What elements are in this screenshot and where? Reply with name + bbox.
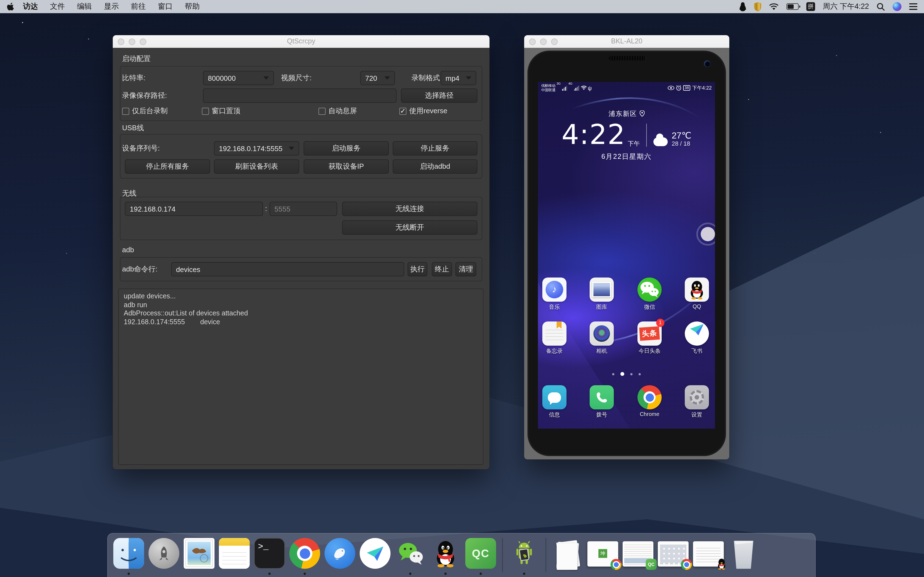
dock-trash[interactable]	[728, 538, 759, 569]
wireless-connect-button[interactable]: 无线连接	[342, 201, 477, 216]
serial-combo[interactable]: 192.168.0.174:5555	[214, 141, 299, 156]
start-service-button[interactable]: 启动服务	[304, 141, 389, 156]
seal-app-icon	[325, 538, 355, 569]
clock-widget[interactable]: 4:22 下午 27℃ 28 / 18	[538, 121, 715, 148]
record-path-label: 录像保存路径:	[122, 89, 167, 103]
network-type-label: 3G	[557, 82, 561, 85]
dock-minimized-chrome-webpage[interactable]	[658, 538, 688, 569]
adb-terminate-button[interactable]: 终止	[432, 262, 452, 276]
dock-notes[interactable]	[219, 538, 250, 569]
chrome-dock-icon	[289, 538, 320, 569]
dock-minimized-qtscrcpy-code[interactable]: QC	[623, 538, 653, 569]
location-row[interactable]: 浦东新区	[538, 110, 715, 119]
dock-terminal[interactable]: >_	[254, 538, 285, 569]
app-toutiao[interactable]: 头条 1 今日头条	[638, 321, 662, 355]
dock-wechat[interactable]	[395, 538, 426, 569]
dock-seal-app[interactable]	[325, 538, 355, 569]
dock-launchpad[interactable]	[149, 538, 179, 569]
qtscrcpy-titlebar[interactable]: QtScrcpy	[113, 35, 489, 48]
shield-icon[interactable]	[754, 2, 761, 11]
app-qq[interactable]: QQ	[685, 277, 709, 309]
bitrate-combo[interactable]: 8000000	[203, 71, 274, 85]
dock-minimized-qq-chat[interactable]	[693, 538, 724, 569]
dock: >_ QC	[107, 533, 816, 577]
app-dialer[interactable]: 拨号	[590, 385, 614, 419]
video-size-combo[interactable]: 720	[360, 71, 395, 85]
dock-qtscrcpy[interactable]: QC	[465, 538, 496, 569]
clock-ampm: 下午	[628, 139, 640, 148]
wireless-ip-input[interactable]	[125, 201, 263, 216]
dock-android-scrcpy[interactable]	[509, 538, 540, 569]
app-music[interactable]: ♪ 音乐	[542, 277, 567, 311]
phone-camera	[704, 60, 711, 67]
start-adbd-button[interactable]: 启动adbd	[393, 160, 477, 174]
wireless-disconnect-button[interactable]: 无线断开	[342, 220, 477, 235]
spotlight-search-icon[interactable]	[877, 2, 885, 11]
menu-view[interactable]: 显示	[98, 2, 125, 11]
dock-documents-stack[interactable]	[552, 540, 583, 571]
choose-path-button[interactable]: 选择路径	[401, 89, 477, 103]
dock-qq[interactable]	[430, 538, 461, 569]
dock-chrome[interactable]	[289, 538, 320, 569]
notes-icon	[542, 321, 567, 346]
refresh-devices-button[interactable]: 刷新设备列表	[214, 160, 299, 174]
wifi-icon	[580, 86, 586, 90]
carrier-name-1: 优酷移动	[541, 84, 556, 88]
menu-edit[interactable]: 编辑	[71, 2, 98, 11]
checkbox-auto-screen-off[interactable]: 自动息屏	[318, 106, 357, 115]
menu-file[interactable]: 文件	[44, 2, 71, 11]
adb-cmd-input[interactable]	[171, 262, 404, 276]
app-label: 飞书	[685, 347, 709, 355]
qq-badge-icon	[716, 558, 727, 570]
wireless-port-input[interactable]	[270, 201, 337, 216]
window-title: BKL-AL20	[524, 35, 729, 48]
wifi-icon[interactable]	[769, 2, 779, 11]
location-name: 浦东新区	[609, 110, 637, 118]
app-feishu[interactable]: 飞书	[685, 321, 709, 355]
qtscrcpy-qc-icon: QC	[465, 538, 496, 569]
record-path-input[interactable]	[203, 89, 397, 103]
minimized-window: 坤	[587, 541, 618, 567]
get-device-ip-button[interactable]: 获取设备IP	[304, 160, 389, 174]
menu-finder[interactable]: 访达	[17, 2, 44, 11]
wechat-dock-icon	[395, 538, 426, 569]
app-notes[interactable]: 备忘录	[542, 321, 567, 355]
log-line: update devices...	[124, 292, 478, 301]
feishu-dock-icon	[360, 538, 391, 569]
siri-icon[interactable]	[893, 2, 901, 11]
record-format-combo[interactable]: mp4	[441, 71, 476, 85]
dock-minimized-chrome-doc[interactable]: 坤	[587, 538, 618, 569]
battery-icon[interactable]	[787, 2, 799, 11]
dock-feishu[interactable]	[360, 538, 391, 569]
wechat-icon	[638, 277, 662, 302]
app-camera[interactable]: 相机	[590, 321, 614, 355]
page-indicator[interactable]	[538, 372, 715, 376]
pinyin-input-icon[interactable]: 拼	[806, 2, 815, 11]
dock-mail[interactable]	[184, 538, 215, 569]
app-label: 备忘录	[542, 347, 567, 355]
menu-help[interactable]: 帮助	[179, 2, 206, 11]
menu-window[interactable]: 窗口	[152, 2, 179, 11]
phone-screen[interactable]: 优酷移动 中国联通 3G 4G ψ 38 下午4:22	[538, 82, 715, 429]
stop-all-services-button[interactable]: 停止所有服务	[125, 160, 210, 174]
checkbox-background-record[interactable]: 仅后台录制	[122, 106, 168, 115]
notes-app-icon	[219, 538, 250, 569]
notification-center-icon[interactable]	[909, 3, 918, 10]
checkbox-window-on-top[interactable]: 窗口置顶	[202, 106, 240, 115]
adb-clear-button[interactable]: 清理	[456, 262, 476, 276]
app-gallery[interactable]: 图库	[590, 277, 614, 311]
qq-penguin-icon[interactable]	[739, 2, 746, 11]
checkbox-use-reverse[interactable]: 使用reverse	[399, 106, 447, 115]
apple-menu[interactable]	[6, 2, 15, 11]
dock-finder[interactable]	[113, 538, 144, 569]
phone-titlebar[interactable]: BKL-AL20	[524, 35, 729, 48]
menu-go[interactable]: 前往	[125, 2, 152, 11]
app-settings[interactable]: 设置	[685, 385, 709, 419]
adb-execute-button[interactable]: 执行	[407, 262, 427, 276]
app-messages[interactable]: 信息	[542, 385, 567, 419]
menu-bar-clock[interactable]: 周六 下午4:22	[823, 2, 869, 11]
app-wechat[interactable]: 微信	[638, 277, 662, 311]
stop-service-button[interactable]: 停止服务	[393, 141, 477, 156]
app-chrome[interactable]: Chrome	[638, 385, 662, 417]
log-output: update devices... adb run AdbProcess::ou…	[118, 288, 483, 465]
